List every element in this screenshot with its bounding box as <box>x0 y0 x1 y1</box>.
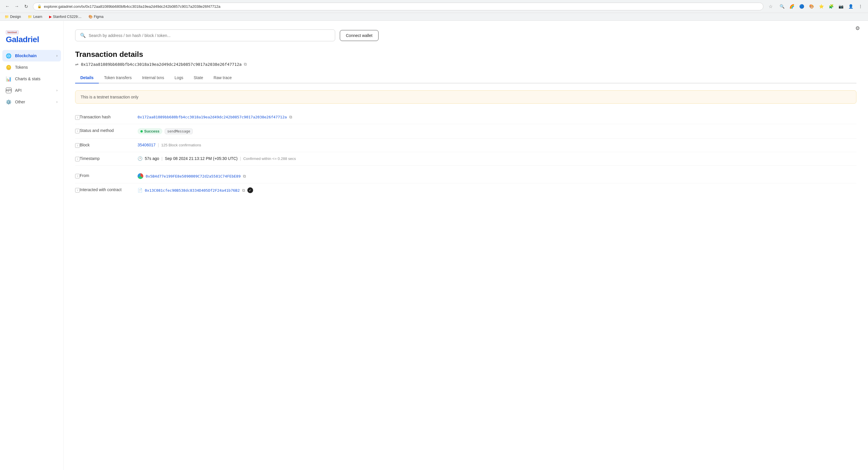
tab-raw-trace[interactable]: Raw trace <box>208 72 237 83</box>
chevron-right-icon: › <box>56 54 58 58</box>
back-button[interactable]: ← <box>3 2 11 10</box>
bookmark-stanford-label: Stanford CS229:... <box>53 15 82 19</box>
contract-address-link[interactable]: 0x13C081cfec90B538dc8334D405Df2F24a41b76… <box>145 188 240 193</box>
gear-icon: ⚙️ <box>6 99 11 105</box>
copy-contract-address-button[interactable]: ⧉ <box>242 188 245 193</box>
nav-buttons: ← → ↻ <box>3 2 30 10</box>
search-box[interactable]: 🔍 <box>75 29 335 41</box>
from-row: i From 0x5B4d77e199FE8e5090009C72d2a5581… <box>75 169 857 183</box>
status-badge: Success <box>137 128 162 134</box>
bookmark-stanford[interactable]: ▶ Stanford CS229:... <box>48 14 83 19</box>
tabs-bar: Details Token transfers Internal txns Lo… <box>75 72 857 83</box>
figma-icon: 🎨 <box>88 15 93 19</box>
info-icon-contract: i <box>75 188 80 193</box>
tx-hash-label: Transaction hash <box>80 114 137 119</box>
copy-from-address-button[interactable]: ⧉ <box>243 174 246 179</box>
block-confirmations: 125 Block confirmations <box>161 143 201 147</box>
status-text: Success <box>144 129 159 133</box>
tab-internal-txns[interactable]: Internal txns <box>137 72 169 83</box>
globe-icon: 🌐 <box>6 53 11 59</box>
status-method-row: i Status and method Success sendMessage <box>75 124 857 139</box>
tx-hash-value: 0x172aa81089bb680bfb4cc3018a19ea2d49dc24… <box>81 62 242 67</box>
confirmation-time: Confirmed within <= 0.288 secs <box>243 157 296 161</box>
timestamp-row: i Timestamp 🕐 57s ago | Sep 08 2024 21:1… <box>75 152 857 166</box>
refresh-button[interactable]: ↻ <box>22 2 30 10</box>
sidebar: testnet Galadriel 🌐 Blockchain › 🪙 Token… <box>0 21 64 470</box>
lock-icon: 🔒 <box>37 4 41 8</box>
status-row-value: Success sendMessage <box>137 128 857 134</box>
sidebar-other-label: Other <box>15 100 53 104</box>
menu-button[interactable]: ⋮ <box>857 2 865 10</box>
bookmark-folder-icon: 📁 <box>5 15 9 19</box>
sidebar-item-tokens[interactable]: 🪙 Tokens <box>0 62 63 73</box>
info-icon-status: i <box>75 129 80 133</box>
interacted-with-label: Interacted with contract <box>80 188 137 192</box>
user-avatar[interactable]: 👤 <box>847 2 855 10</box>
block-number-link[interactable]: 35406017 <box>137 143 155 147</box>
top-bar: 🔍 Connect wallet <box>75 29 857 41</box>
extension-icon-7[interactable]: 📷 <box>837 2 845 10</box>
search-input[interactable] <box>89 33 330 38</box>
sidebar-item-other[interactable]: ⚙️ Other › <box>0 96 63 108</box>
extension-icon-5[interactable]: ⭐ <box>817 2 825 10</box>
sidebar-item-api[interactable]: API API › <box>0 85 63 96</box>
block-label: Block <box>80 143 137 147</box>
token-icon: 🪙 <box>6 64 11 70</box>
address-bar[interactable]: 🔒 explorer.galadriel.com/tx/0x172aa81089… <box>33 3 764 10</box>
extension-icon-4[interactable]: 🎨 <box>807 2 815 10</box>
copy-hash-button[interactable]: ⧉ <box>244 62 247 67</box>
settings-button[interactable]: ⚙ <box>853 24 862 33</box>
bookmark-figma-label: Figma <box>94 15 103 19</box>
interacted-with-row-value: 📄 0x13C081cfec90B538dc8334D405Df2F24a41b… <box>137 188 857 193</box>
app-layout: testnet Galadriel 🌐 Blockchain › 🪙 Token… <box>0 21 868 470</box>
connect-wallet-button[interactable]: Connect wallet <box>340 30 378 41</box>
file-icon: 📄 <box>137 188 143 193</box>
block-row-value: 35406017 | 125 Block confirmations <box>137 143 857 147</box>
success-dot <box>141 130 143 133</box>
sidebar-item-blockchain[interactable]: 🌐 Blockchain › <box>2 50 61 62</box>
bookmarks-bar: 📁 Design 📁 Learn ▶ Stanford CS229:... 🎨 … <box>0 13 868 21</box>
bookmark-figma[interactable]: 🎨 Figma <box>87 14 104 19</box>
copy-tx-hash-button[interactable]: ⧉ <box>289 114 292 120</box>
bookmark-design[interactable]: 📁 Design <box>3 14 22 19</box>
sidebar-api-label: API <box>15 88 53 93</box>
tab-logs[interactable]: Logs <box>169 72 188 83</box>
extension-icon-1[interactable]: 🔍 <box>778 2 786 10</box>
tab-token-transfers[interactable]: Token transfers <box>99 72 137 83</box>
timestamp-label: Timestamp <box>80 156 137 161</box>
youtube-icon: ▶ <box>49 15 52 19</box>
spacer-row <box>75 166 857 169</box>
tab-state[interactable]: State <box>188 72 208 83</box>
extension-icon-6[interactable]: 🧩 <box>827 2 835 10</box>
main-content: ⚙ 🔍 Connect wallet Transaction details ⇌… <box>64 21 868 470</box>
chart-icon: 📊 <box>6 76 11 82</box>
extension-icon-2[interactable]: 🌈 <box>788 2 796 10</box>
forward-button[interactable]: → <box>13 2 21 10</box>
tx-hash-link: 0x172aa81089bb680bfb4cc3018a19ea2d49dc24… <box>137 115 287 119</box>
bookmark-folder-icon-2: 📁 <box>28 15 32 19</box>
from-row-value: 0x5B4d77e199FE8e5090009C72d2a5581C74FEbE… <box>137 173 857 179</box>
bookmark-design-label: Design <box>10 15 21 19</box>
timestamp-datetime: Sep 08 2024 21:13:12 PM (+05:30 UTC) <box>165 156 238 161</box>
info-icon-tx-hash: i <box>75 115 80 120</box>
bookmark-star-icon[interactable]: ☆ <box>769 4 773 9</box>
from-address-link[interactable]: 0x5B4d77e199FE8e5090009C72d2a5581C74FEbE… <box>146 174 241 178</box>
timestamp-row-value: 🕐 57s ago | Sep 08 2024 21:13:12 PM (+05… <box>137 156 857 161</box>
verified-checkmark-icon: ✓ <box>247 188 253 193</box>
bookmark-learn-label: Learn <box>33 15 42 19</box>
sidebar-item-charts[interactable]: 📊 Charts & stats <box>0 73 63 85</box>
browser-extension-icons: 🔍 🌈 🔵 🎨 ⭐ 🧩 📷 👤 ⋮ <box>778 2 865 10</box>
search-icon: 🔍 <box>80 33 86 38</box>
timestamp-ago: 57s ago <box>145 156 159 161</box>
chevron-right-icon-api: › <box>56 88 58 92</box>
details-table: i Transaction hash 0x172aa81089bb680bfb4… <box>75 110 857 197</box>
info-icon-block: i <box>75 143 80 148</box>
sidebar-charts-label: Charts & stats <box>15 76 58 81</box>
tx-hash-row-value: 0x172aa81089bb680bfb4cc3018a19ea2d49dc24… <box>137 114 857 120</box>
status-label: Status and method <box>80 128 137 133</box>
extension-icon-3[interactable]: 🔵 <box>798 2 806 10</box>
bookmark-learn[interactable]: 📁 Learn <box>27 14 43 19</box>
clock-icon: 🕐 <box>137 156 143 161</box>
tab-details[interactable]: Details <box>75 72 99 83</box>
address-avatar <box>137 173 143 179</box>
